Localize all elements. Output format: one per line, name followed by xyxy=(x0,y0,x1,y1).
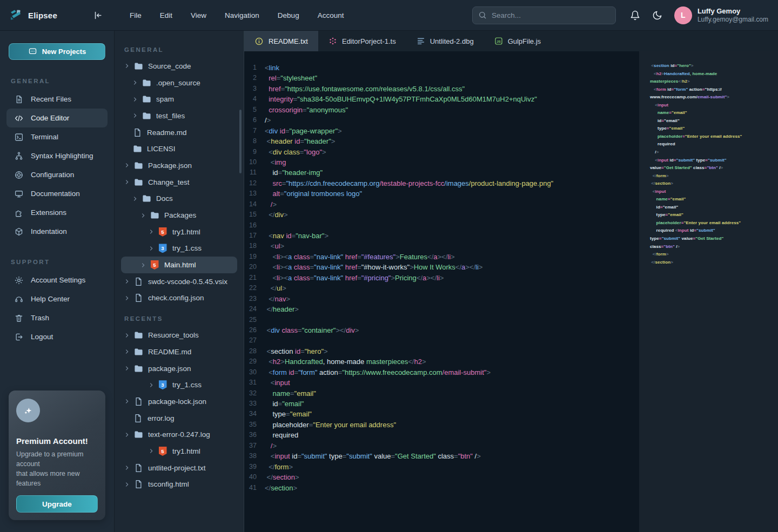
code-line[interactable]: 19 <li><a class="nav-link" href="#featur… xyxy=(244,252,639,262)
tree-row[interactable]: Source_code xyxy=(121,58,237,75)
tree-row[interactable]: swdc-vscode-0.5.45.vsix xyxy=(121,273,237,290)
tree-row[interactable]: LICENSI xyxy=(121,140,237,157)
chevron-right-icon[interactable] xyxy=(149,382,158,388)
notifications-bell-icon[interactable] xyxy=(630,10,640,21)
tree-row[interactable]: Docs xyxy=(121,191,237,207)
user-avatar[interactable]: L xyxy=(674,6,692,24)
code-line[interactable]: 40 </section> xyxy=(244,472,639,482)
chevron-right-icon[interactable] xyxy=(124,349,133,354)
code-line[interactable]: 39 </form> xyxy=(244,462,639,472)
sidebar-item-extensions[interactable]: Extensions xyxy=(6,203,108,222)
tree-row[interactable]: 5 try1.html xyxy=(121,443,237,460)
code-line[interactable]: 33 id="email" xyxy=(244,399,639,409)
chevron-right-icon[interactable] xyxy=(132,113,142,118)
tree-row[interactable]: package-lock.json xyxy=(121,393,237,410)
chevron-right-icon[interactable] xyxy=(149,246,158,251)
code-line[interactable]: 4 integrity="sha384-50oBUHEmvpQ+1lW4y57P… xyxy=(244,94,639,104)
sidebar-item-syntax-highlighting[interactable]: Syntax Highlighting xyxy=(6,146,108,165)
minimap-panel[interactable]: <section id="hero"> <h2>Handcrafted, hom… xyxy=(639,51,778,532)
tree-row[interactable]: error.log xyxy=(121,410,237,427)
code-line[interactable]: 1 <link xyxy=(244,63,639,73)
chevron-right-icon[interactable] xyxy=(140,262,150,268)
tree-row[interactable]: 3 try_1.css xyxy=(121,240,237,257)
chevron-right-icon[interactable] xyxy=(124,399,133,404)
tree-row[interactable]: Package.json xyxy=(121,157,237,174)
chevron-right-icon[interactable] xyxy=(124,179,133,185)
dark-mode-moon-icon[interactable] xyxy=(652,10,662,21)
tab-gulpfile.js[interactable]: JSGulpFile.js xyxy=(484,31,551,51)
tree-row[interactable]: Resuorce_tools xyxy=(121,327,237,344)
code-line[interactable]: 18 <ul> xyxy=(244,241,639,251)
chevron-right-icon[interactable] xyxy=(124,295,133,301)
code-line[interactable]: 25 xyxy=(244,315,639,325)
tab-untlited-2.dbg[interactable]: Untlited-2.dbg xyxy=(406,31,484,51)
new-projects-button[interactable]: New Projects xyxy=(9,43,105,60)
menu-file[interactable]: File xyxy=(130,11,142,19)
chevron-right-icon[interactable] xyxy=(140,213,150,218)
chevron-right-icon[interactable] xyxy=(124,63,133,69)
code-line[interactable]: 28 <section id="hero"> xyxy=(244,346,639,356)
code-line[interactable]: 9 <div class="logo"> xyxy=(244,147,639,157)
tree-row[interactable]: README.md xyxy=(121,344,237,360)
code-line[interactable]: 22 </ul> xyxy=(244,283,639,293)
chevron-right-icon[interactable] xyxy=(124,366,133,371)
sidebar-item-help-center[interactable]: Help Center xyxy=(6,289,108,308)
menu-navigation[interactable]: Navigation xyxy=(225,11,259,19)
tree-row[interactable]: 5 try1.html xyxy=(121,224,237,240)
tree-row[interactable]: tsconfig.html xyxy=(121,476,237,493)
code-line[interactable]: 29 <h2>Handcrafted, home-made masterpiec… xyxy=(244,356,639,367)
sidebar-item-documentation[interactable]: Documentation xyxy=(6,184,108,203)
code-line[interactable]: 23 </nav> xyxy=(244,294,639,304)
code-line[interactable]: 36 required xyxy=(244,430,639,440)
menu-account[interactable]: Account xyxy=(318,11,344,19)
code-line[interactable]: 3 href="https://use.fontawesome.com/rele… xyxy=(244,84,639,94)
upgrade-button[interactable]: Upgrade xyxy=(16,495,98,513)
code-line[interactable]: 6 /> xyxy=(244,115,639,125)
filetree-scrollbar-thumb[interactable] xyxy=(239,110,242,173)
code-line[interactable]: 12 src="https://cdn.freecodecamp.org/tes… xyxy=(244,178,639,188)
chevron-right-icon[interactable] xyxy=(124,333,133,338)
sidebar-item-account-settings[interactable]: Account Settings xyxy=(6,271,108,289)
menu-view[interactable]: View xyxy=(191,11,206,19)
chevron-right-icon[interactable] xyxy=(132,196,142,201)
sidebar-item-logout[interactable]: Logout xyxy=(6,327,108,346)
sidebar-item-terminal[interactable]: Terminal xyxy=(6,127,108,146)
chevron-right-icon[interactable] xyxy=(132,97,142,102)
code-line[interactable]: 37 /> xyxy=(244,441,639,451)
tree-row[interactable]: untlited-project.txt xyxy=(121,460,237,476)
code-line[interactable]: 8 <header id="header"> xyxy=(244,136,639,146)
chevron-right-icon[interactable] xyxy=(124,279,133,284)
sidebar-item-code-editor[interactable]: Code Editor xyxy=(6,109,108,127)
chevron-right-icon[interactable] xyxy=(124,163,133,168)
tree-row[interactable]: 3 try_1.css xyxy=(121,376,237,393)
chevron-right-icon[interactable] xyxy=(124,465,133,470)
tree-row[interactable]: 5 Main.html xyxy=(121,257,237,273)
code-line[interactable]: 2 rel="stylesheet" xyxy=(244,73,639,83)
search-input[interactable] xyxy=(492,11,610,19)
code-line[interactable]: 7 <div id="page-wrapper"> xyxy=(244,126,639,136)
code-line[interactable]: 26 <div class="container"></div> xyxy=(244,325,639,335)
tree-row[interactable]: Readme.md xyxy=(121,124,237,141)
code-line[interactable]: 35 placeholder="Enter your email address… xyxy=(244,420,639,430)
code-line[interactable]: 11 id="header-img" xyxy=(244,167,639,178)
collapse-sidebar-icon[interactable] xyxy=(92,10,103,21)
code-line[interactable]: 21 <li><a class="nav-link" href="#pricin… xyxy=(244,273,639,283)
tree-row[interactable]: test_files xyxy=(121,107,237,124)
code-line[interactable]: 14 /> xyxy=(244,199,639,210)
tree-row[interactable]: .open_source xyxy=(121,75,237,91)
code-line[interactable]: 27 xyxy=(244,335,639,346)
code-line[interactable]: 32 name="email" xyxy=(244,388,639,399)
tab-editorporject-1.ts[interactable]: EditorPorject-1.ts xyxy=(318,31,406,51)
menu-debug[interactable]: Debug xyxy=(278,11,299,19)
chevron-right-icon[interactable] xyxy=(132,80,142,85)
tree-row[interactable]: spam xyxy=(121,91,237,107)
code-line[interactable]: 15 </div> xyxy=(244,210,639,220)
code-line[interactable]: 16 xyxy=(244,220,639,231)
code-line[interactable]: 30 <form id="form" action="https://www.f… xyxy=(244,367,639,378)
sidebar-item-recent-files[interactable]: Recent Files xyxy=(6,90,108,109)
code-line[interactable]: 10 <img xyxy=(244,157,639,167)
code-line[interactable]: 41 </section> xyxy=(244,483,639,493)
tab-readme.txt[interactable]: README.txt xyxy=(244,31,318,51)
code-line[interactable]: 17 <nav id="nav-bar"> xyxy=(244,231,639,241)
code-line[interactable]: 38 <input id="submit" type="submit" valu… xyxy=(244,451,639,461)
